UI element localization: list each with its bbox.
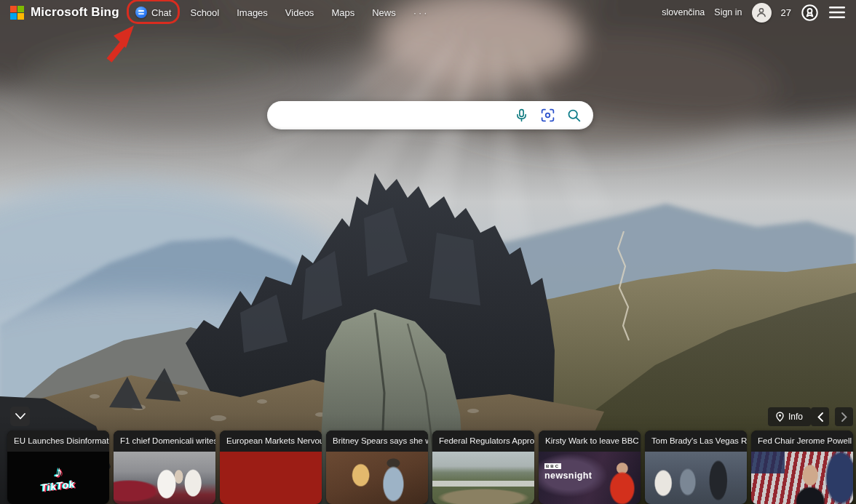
news-card-image-pipeline: [432, 452, 534, 504]
top-right-controls: slovenčina Sign in 27: [662, 3, 846, 23]
bbc-logo: BBC: [544, 463, 561, 469]
news-card-european-markets[interactable]: European Markets Nervous...: [220, 431, 322, 504]
location-pin-icon: [776, 412, 784, 422]
nav-item-news[interactable]: News: [372, 7, 396, 18]
search-input[interactable]: [267, 101, 514, 129]
search-icon[interactable]: [566, 108, 582, 123]
sign-in-link[interactable]: Sign in: [714, 7, 742, 17]
newsnight-wordmark: newsnight: [544, 471, 641, 481]
chevron-left-icon: [817, 412, 823, 422]
nav-item-images[interactable]: Images: [237, 7, 268, 18]
bing-logo[interactable]: Microsoft Bing: [10, 5, 119, 20]
nav-chat-label: Chat: [151, 7, 171, 18]
nav-item-videos[interactable]: Videos: [285, 7, 314, 18]
info-label: Info: [788, 412, 803, 422]
news-card-title: Fed Chair Jerome Powell Si...: [751, 431, 853, 452]
news-card-title: Kirsty Wark to leave BBC N...: [539, 431, 641, 452]
news-card-image-newsnight: BBC newsnight: [539, 452, 641, 504]
bing-homepage: Microsoft Bing Chat School Images Videos…: [0, 0, 856, 504]
news-card-jerome-powell[interactable]: Fed Chair Jerome Powell Si...: [751, 431, 853, 504]
news-card-title: F1 chief Domenicali writes ...: [114, 431, 215, 452]
carousel-next-button[interactable]: [835, 407, 853, 426]
news-card-image-f1: [114, 452, 215, 504]
news-card-eu-disinformation[interactable]: EU Launches Disinformatio... ♪ TikTok: [7, 431, 109, 504]
hamburger-menu-icon[interactable]: [828, 6, 846, 19]
news-card-image-brady: [645, 452, 747, 504]
microphone-icon[interactable]: [514, 108, 529, 123]
visual-search-icon[interactable]: [540, 108, 555, 123]
news-card-image-tiktok: ♪ TikTok: [7, 452, 109, 504]
chevron-down-icon: [15, 413, 25, 420]
news-card-tom-brady[interactable]: Tom Brady's Las Vegas Rai...: [645, 431, 747, 504]
search-bar-icons: [514, 108, 593, 123]
news-card-title: Britney Spears says she wa...: [326, 431, 428, 452]
nav-item-maps[interactable]: Maps: [331, 7, 354, 18]
nav-item-chat[interactable]: Chat: [134, 7, 173, 18]
news-card-f1-domenicali[interactable]: F1 chief Domenicali writes ...: [114, 431, 215, 504]
news-card-britney-spears[interactable]: Britney Spears says she wa...: [326, 431, 428, 504]
hero-background-image: [0, 0, 856, 504]
brand-title: Microsoft Bing: [31, 5, 119, 20]
news-card-title: European Markets Nervous...: [220, 431, 322, 452]
tiktok-note-icon: ♪: [53, 464, 63, 479]
rewards-points-count: 27: [781, 7, 791, 18]
person-icon: [756, 7, 767, 18]
profile-avatar[interactable]: [752, 3, 772, 23]
nav-item-school[interactable]: School: [190, 7, 219, 18]
language-selector[interactable]: slovenčina: [662, 7, 705, 17]
primary-nav: Chat School Images Videos Maps News ···: [134, 0, 429, 25]
news-carousel: EU Launches Disinformatio... ♪ TikTok F1…: [7, 431, 856, 504]
microsoft-rewards-icon[interactable]: [801, 4, 819, 22]
news-card-title: EU Launches Disinformatio...: [7, 431, 109, 452]
news-card-image-britney: [326, 452, 428, 504]
news-card-title: Tom Brady's Las Vegas Rai...: [645, 431, 747, 452]
chat-bubble-icon: [135, 7, 147, 18]
news-card-image-powell: [751, 452, 853, 504]
collapse-feed-button[interactable]: [10, 407, 30, 426]
chevron-right-icon: [841, 412, 847, 422]
top-navigation-bar: Microsoft Bing Chat School Images Videos…: [0, 0, 856, 25]
carousel-prev-button[interactable]: [811, 407, 829, 426]
news-card-image-markets: [220, 452, 322, 504]
image-info-button[interactable]: Info: [768, 407, 811, 426]
news-card-title: Federal Regulators Approv...: [432, 431, 534, 452]
news-card-federal-regulators[interactable]: Federal Regulators Approv...: [432, 431, 534, 504]
news-card-kirsty-wark[interactable]: Kirsty Wark to leave BBC N... BBC newsni…: [539, 431, 641, 504]
nav-item-more[interactable]: ···: [413, 7, 429, 18]
microsoft-logo-icon: [10, 6, 24, 20]
tiktok-wordmark: TikTok: [41, 478, 76, 494]
search-bar: [267, 101, 593, 129]
